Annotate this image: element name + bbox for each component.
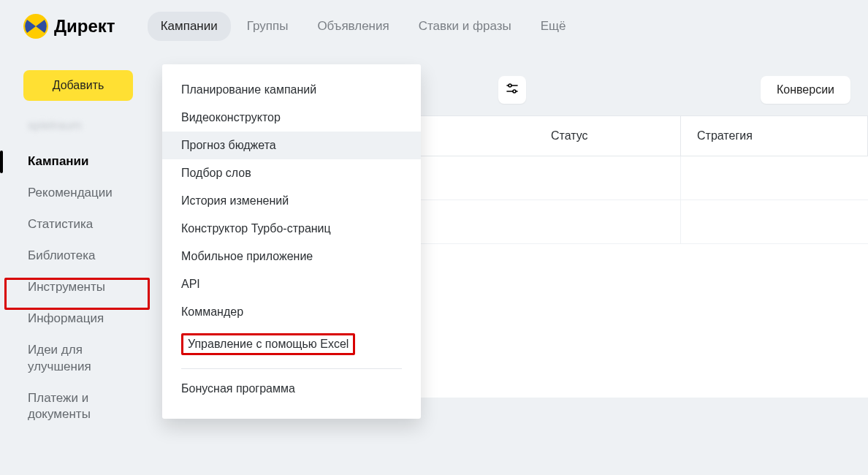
header: Директ Кампании Группы Объявления Ставки… bbox=[0, 0, 868, 56]
sidebar-item-info[interactable]: Информация bbox=[9, 303, 151, 335]
dd-mobile[interactable]: Мобильное приложение bbox=[162, 243, 421, 270]
tab-campaigns[interactable]: Кампании bbox=[148, 12, 231, 41]
dd-words[interactable]: Подбор слов bbox=[162, 159, 421, 187]
sidebar-item-payments[interactable]: Платежи и документы bbox=[9, 383, 151, 431]
sidebar-item-ideas[interactable]: Идеи для улучшения bbox=[9, 335, 151, 383]
top-tabs: Кампании Группы Объявления Ставки и фраз… bbox=[148, 12, 579, 41]
settings-button[interactable] bbox=[498, 76, 526, 104]
tools-dropdown: Планирование кампаний Видеоконструктор П… bbox=[162, 64, 421, 419]
logo-text: Директ bbox=[54, 16, 115, 37]
dd-plan[interactable]: Планирование кампаний bbox=[162, 76, 421, 104]
tab-more[interactable]: Ещё bbox=[528, 12, 579, 41]
conversions-button[interactable]: Конверсии bbox=[761, 76, 850, 104]
dd-api[interactable]: API bbox=[162, 270, 421, 298]
dd-budget[interactable]: Прогноз бюджета bbox=[162, 132, 421, 159]
cell-status bbox=[535, 156, 681, 200]
dd-turbo[interactable]: Конструктор Турбо-страниц bbox=[162, 215, 421, 243]
dd-commander[interactable]: Коммандер bbox=[162, 298, 421, 326]
svg-point-4 bbox=[513, 90, 516, 93]
dd-video[interactable]: Видеоконструктор bbox=[162, 104, 421, 132]
sidebar-item-tools[interactable]: Инструменты bbox=[9, 272, 151, 303]
account-name-blurred: spielraum bbox=[28, 118, 151, 133]
sidebar: Добавить spielraum Кампании Рекомендации… bbox=[0, 64, 151, 430]
column-header-status[interactable]: Статус bbox=[535, 116, 681, 156]
settings-sliders-icon bbox=[506, 82, 519, 98]
tab-groups[interactable]: Группы bbox=[234, 12, 302, 41]
sidebar-item-recs[interactable]: Рекомендации bbox=[9, 178, 151, 209]
cell-strategy bbox=[681, 156, 868, 200]
column-header-strategy[interactable]: Стратегия bbox=[681, 116, 868, 156]
logo: Директ bbox=[23, 14, 115, 39]
tab-ads[interactable]: Объявления bbox=[304, 12, 402, 41]
dd-history[interactable]: История изменений bbox=[162, 187, 421, 215]
svg-point-2 bbox=[509, 84, 511, 87]
cell-strategy bbox=[681, 200, 868, 243]
sidebar-item-library[interactable]: Библиотека bbox=[9, 240, 151, 272]
sidebar-item-stats[interactable]: Статистика bbox=[9, 209, 151, 240]
annotation-highlight-excel: Управление с помощью Excel bbox=[181, 333, 355, 355]
dd-bonus[interactable]: Бонусная программа bbox=[162, 375, 421, 403]
add-button[interactable]: Добавить bbox=[23, 70, 133, 101]
tab-bids[interactable]: Ставки и фразы bbox=[406, 12, 525, 41]
cell-status bbox=[535, 200, 681, 243]
yandex-direct-logo-icon bbox=[23, 14, 48, 39]
dropdown-divider bbox=[181, 368, 402, 369]
sidebar-item-campaigns[interactable]: Кампании bbox=[9, 146, 151, 178]
dd-excel[interactable]: Управление с помощью Excel bbox=[162, 326, 421, 362]
